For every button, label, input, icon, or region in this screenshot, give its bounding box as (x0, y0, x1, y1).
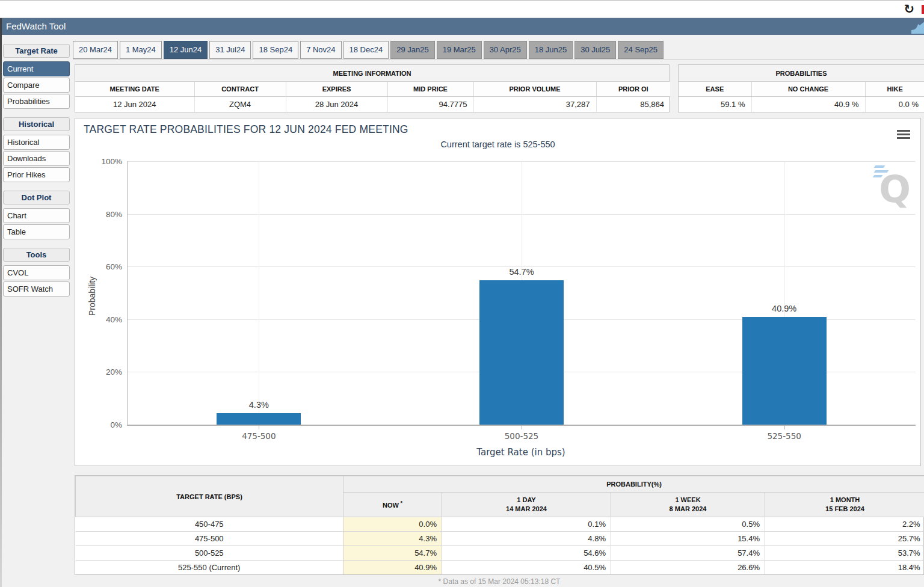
sidebar-item-downloads[interactable]: Downloads (3, 151, 70, 166)
mi-col-prior-oi: PRIOR OI (596, 82, 670, 97)
bar-475-500[interactable] (217, 413, 301, 425)
tab-20-mar24[interactable]: 20 Mar24 (73, 41, 118, 59)
sidebar-section-dot-plot: Dot Plot (3, 191, 70, 204)
tab-7-nov24[interactable]: 7 Nov24 (300, 41, 341, 59)
tab-1-may24[interactable]: 1 May24 (120, 41, 162, 59)
cell-rate: 525-550 (Current) (76, 561, 343, 575)
cell-1month: 2.2% (765, 517, 924, 532)
app-title: FedWatch Tool (6, 21, 66, 31)
cell-1day: 40.5% (442, 561, 611, 575)
bar-value-label: 54.7% (509, 267, 534, 277)
prob-val-ease: 59.1 % (679, 97, 751, 112)
x-tick-mark (522, 426, 522, 429)
sidebar-item-sofr-watch[interactable]: SOFR Watch (3, 281, 70, 297)
mi-val-contract: ZQM4 (194, 97, 286, 112)
data-asof-note: * Data as of 15 Mar 2024 05:13:18 CT (75, 575, 924, 587)
y-tick-label: 100% (101, 157, 122, 166)
cell-1month: 25.7% (765, 532, 924, 546)
y-tick-label: 60% (106, 262, 122, 271)
col-subheader-1-day: 1 DAY14 MAR 2024 (442, 493, 611, 517)
probability-history-table-panel: TARGET RATE (BPS) PROBABILITY(%) NOW *1 … (75, 475, 924, 575)
quikstrike-watermark-icon: Q (869, 165, 911, 214)
cell-now: 54.7% (343, 546, 442, 561)
sidebar-item-cvol[interactable]: CVOL (3, 265, 70, 280)
meeting-information-table: MEETING DATECONTRACTEXPIRESMID PRICEPRIO… (75, 82, 670, 112)
meeting-information-panel: MEETING INFORMATION MEETING DATECONTRACT… (75, 64, 670, 112)
cell-1day: 0.1% (442, 517, 611, 532)
tab-24-sep25[interactable]: 24 Sep25 (618, 41, 664, 59)
sidebar-section-target-rate: Target Rate (3, 44, 70, 58)
bar-500-525[interactable] (479, 280, 564, 425)
sidebar-item-probabilities[interactable]: Probabilities (3, 94, 70, 109)
tab-30-jul25[interactable]: 30 Jul25 (574, 41, 616, 59)
mi-col-mid-price: MID PRICE (387, 82, 473, 97)
sidebar-item-current[interactable]: Current (3, 61, 70, 76)
col-subheader-1-week: 1 WEEK8 MAR 2024 (611, 493, 765, 517)
chart-subtitle: Current target rate is 525-550 (75, 140, 920, 149)
meeting-date-tabs: 20 Mar241 May2412 Jun2431 Jul2418 Sep247… (73, 41, 924, 60)
sidebar-item-chart[interactable]: Chart (3, 208, 70, 223)
prob-col-no-change: NO CHANGE (751, 82, 865, 97)
x-tick-label: 475-500 (242, 431, 276, 441)
cell-1week: 15.4% (611, 532, 765, 546)
tab-18-dec24[interactable]: 18 Dec24 (343, 41, 389, 59)
tab-19-mar25[interactable]: 19 Mar25 (437, 41, 482, 59)
mi-val-prior-volume: 37,287 (473, 97, 596, 112)
tab-30-apr25[interactable]: 30 Apr25 (484, 41, 527, 59)
mi-col-prior-volume: PRIOR VOLUME (473, 82, 596, 97)
mi-col-contract: CONTRACT (194, 82, 286, 97)
prob-col-ease: EASE (679, 82, 751, 97)
meeting-information-caption: MEETING INFORMATION (75, 65, 669, 82)
table-row-500-525: 500-52554.7%54.6%57.4%53.7% (76, 546, 924, 561)
sidebar-section-tools: Tools (3, 248, 70, 262)
bar-525-550[interactable] (742, 317, 827, 425)
chart-panel: TARGET RATE PROBABILITIES FOR 12 JUN 202… (75, 118, 921, 466)
cell-1day: 54.6% (442, 546, 611, 561)
col-header-target-rate: TARGET RATE (BPS) (76, 476, 343, 517)
probabilities-caption: PROBABILITIES (679, 65, 924, 82)
cell-rate: 500-525 (76, 546, 343, 561)
x-axis-title: Target Rate (in bps) (127, 447, 915, 458)
sidebar-item-historical[interactable]: Historical (3, 135, 70, 150)
probabilities-panel: PROBABILITIES EASENO CHANGEHIKE 59.1 %40… (678, 64, 924, 112)
sidebar-item-prior-hikes[interactable]: Prior Hikes (3, 167, 70, 182)
tab-12-jun24[interactable]: 12 Jun24 (164, 41, 208, 59)
refresh-icon[interactable]: ↻ (904, 1, 914, 17)
x-tick-label: 500-525 (505, 431, 538, 441)
x-tick-mark (784, 426, 785, 429)
table-row-525-550-current: 525-550 (Current)40.9%40.5%26.6%18.4% (76, 561, 924, 575)
cell-1day: 4.8% (442, 532, 611, 546)
tab-18-jun25[interactable]: 18 Jun25 (529, 41, 573, 59)
fedwatch-app: ↻ FedWatch Tool Target RateCurrentCompar… (0, 0, 924, 587)
prob-col-hike: HIKE (865, 82, 924, 97)
table-row-475-500: 475-5004.3%4.8%15.4%25.7% (76, 532, 924, 546)
cell-1week: 0.5% (611, 517, 765, 532)
x-tick-mark (259, 426, 259, 429)
chart-title: TARGET RATE PROBABILITIES FOR 12 JUN 202… (84, 123, 408, 136)
cell-now: 40.9% (343, 561, 442, 575)
cell-1week: 26.6% (611, 561, 765, 575)
cell-1week: 57.4% (611, 546, 765, 561)
y-tick-label: 40% (106, 315, 122, 324)
tab-18-sep24[interactable]: 18 Sep24 (253, 41, 298, 59)
mi-col-meeting-date: MEETING DATE (75, 82, 194, 97)
col-subheader-now: NOW * (343, 493, 442, 517)
mi-val-prior-oi: 85,864 (596, 97, 670, 112)
cell-now: 0.0% (343, 517, 442, 532)
edge-logo-fragment-icon (922, 5, 924, 14)
y-tick-label: 0% (110, 420, 122, 429)
y-tick-label: 80% (106, 209, 122, 218)
mi-val-meeting-date: 12 Jun 2024 (75, 97, 194, 112)
y-axis-title: Probability (87, 277, 97, 316)
mi-val-expires: 28 Jun 2024 (286, 97, 387, 112)
col-header-probability-group: PROBABILITY(%) (343, 476, 924, 493)
sidebar-item-table[interactable]: Table (3, 224, 70, 239)
tab-31-jul24[interactable]: 31 Jul24 (209, 41, 251, 59)
tab-29-jan25[interactable]: 29 Jan25 (390, 41, 435, 59)
prob-val-no-change: 40.9 % (751, 97, 865, 112)
mi-val-mid-price: 94.7775 (387, 97, 473, 112)
cell-1month: 18.4% (765, 561, 924, 575)
sidebar: Target RateCurrentCompareProbabilitiesHi… (2, 42, 70, 298)
prob-val-hike: 0.0 % (865, 97, 924, 112)
sidebar-item-compare[interactable]: Compare (3, 78, 70, 93)
